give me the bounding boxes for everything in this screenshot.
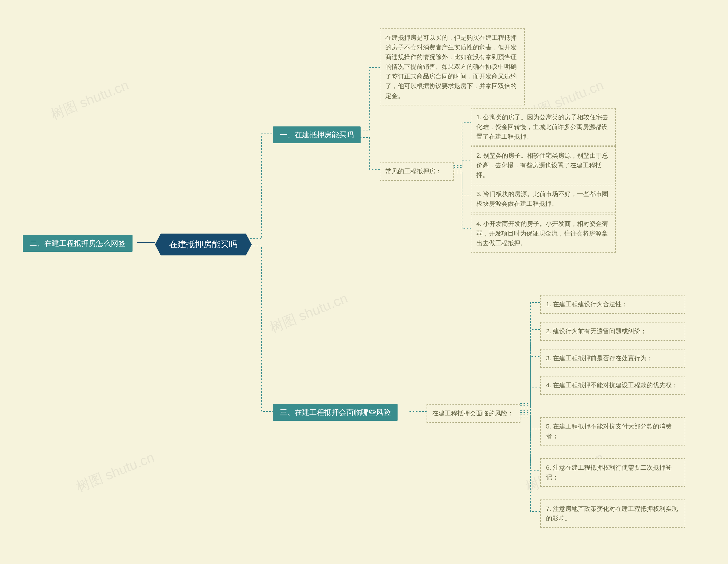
- leaf-s1-item1-text: 1. 公寓类的房子。因为公寓类的房子相较住宅去化难，资金回转慢，主城此前许多公寓…: [476, 114, 608, 140]
- leaf-s1-item1[interactable]: 1. 公寓类的房子。因为公寓类的房子相较住宅去化难，资金回转慢，主城此前许多公寓…: [471, 108, 616, 146]
- branch-section1[interactable]: 一、在建抵押房能买吗: [273, 127, 361, 143]
- watermark: 树图 shutu.cn: [267, 289, 351, 337]
- leaf-s1-item3[interactable]: 3. 冷门板块的房源。此前市场不好，一些都市圈板块房源会做在建工程抵押。: [471, 185, 616, 213]
- leaf-risk-5[interactable]: 5. 在建工程抵押不能对抗支付大部分款的消费者；: [540, 417, 685, 445]
- leaf-risk-3-text: 3. 在建工程抵押前是否存在处置行为；: [546, 354, 653, 362]
- leaf-risk-3[interactable]: 3. 在建工程抵押前是否存在处置行为；: [540, 349, 685, 368]
- leaf-s1-item3-text: 3. 冷门板块的房源。此前市场不好，一些都市圈板块房源会做在建工程抵押。: [476, 190, 608, 207]
- leaf-s1-item2-text: 2. 别墅类的房子。相较住宅类房源，别墅由于总价高，去化慢，有些房源也设置了在建…: [476, 152, 608, 179]
- watermark: 树图 shutu.cn: [48, 76, 132, 124]
- leaf-risk-label[interactable]: 在建工程抵押会面临的风险：: [427, 404, 520, 423]
- leaf-s1-item2[interactable]: 2. 别墅类的房子。相较住宅类房源，别墅由于总价高，去化慢，有些房源也设置了在建…: [471, 146, 616, 185]
- leaf-common-label-text: 常见的工程抵押房：: [385, 168, 442, 175]
- watermark: 树图 shutu.cn: [74, 448, 157, 496]
- leaf-risk-7[interactable]: 7. 注意房地产政策变化对在建工程抵押权利实现的影响。: [540, 499, 685, 528]
- mindmap-canvas: 树图 shutu.cn 树图 shutu.cn 树图 shutu.cn 树图 s…: [0, 0, 728, 564]
- leaf-risk-2-text: 2. 建设行为前有无遗留问题或纠纷；: [546, 327, 647, 335]
- leaf-risk-4-text: 4. 在建工程抵押不能对抗建设工程款的优先权；: [546, 381, 678, 389]
- leaf-section1-desc[interactable]: 在建抵押房是可以买的，但是购买在建工程抵押的房子不会对消费者产生实质性的危害，但…: [380, 28, 525, 105]
- leaf-risk-2[interactable]: 2. 建设行为前有无遗留问题或纠纷；: [540, 322, 685, 341]
- leaf-risk-4[interactable]: 4. 在建工程抵押不能对抗建设工程款的优先权；: [540, 376, 685, 395]
- branch-section3-label: 三、在建工程抵押会面临哪些风险: [280, 408, 391, 416]
- leaf-risk-7-text: 7. 注意房地产政策变化对在建工程抵押权利实现的影响。: [546, 505, 678, 522]
- leaf-s1-item4-text: 4. 小开发商开发的房子。小开发商，相对资金薄弱，开发项目时为保证现金流，往往会…: [476, 220, 608, 247]
- leaf-risk-6[interactable]: 6. 注意在建工程抵押权利行使需要二次抵押登记；: [540, 458, 685, 487]
- branch-section3[interactable]: 三、在建工程抵押会面临哪些风险: [273, 404, 398, 421]
- branch-section1-label: 一、在建抵押房能买吗: [280, 130, 354, 139]
- root-title: 在建抵押房能买吗: [169, 240, 237, 249]
- leaf-risk-5-text: 5. 在建工程抵押不能对抗支付大部分款的消费者；: [546, 423, 672, 439]
- branch-section2[interactable]: 二、在建工程抵押房怎么网签: [23, 235, 133, 252]
- root-node[interactable]: 在建抵押房能买吗: [155, 234, 252, 256]
- branch-section2-label: 二、在建工程抵押房怎么网签: [30, 239, 126, 248]
- leaf-common-label[interactable]: 常见的工程抵押房：: [380, 162, 454, 181]
- leaf-risk-6-text: 6. 注意在建工程抵押权利行使需要二次抵押登记；: [546, 464, 672, 481]
- leaf-risk-1-text: 1. 在建工程建设行为合法性；: [546, 300, 628, 308]
- leaf-s1-item4[interactable]: 4. 小开发商开发的房子。小开发商，相对资金薄弱，开发项目时为保证现金流，往往会…: [471, 215, 616, 253]
- leaf-section1-desc-text: 在建抵押房是可以买的，但是购买在建工程抵押的房子不会对消费者产生实质性的危害，但…: [385, 34, 517, 100]
- leaf-risk-label-text: 在建工程抵押会面临的风险：: [432, 410, 514, 417]
- leaf-risk-1[interactable]: 1. 在建工程建设行为合法性；: [540, 295, 685, 314]
